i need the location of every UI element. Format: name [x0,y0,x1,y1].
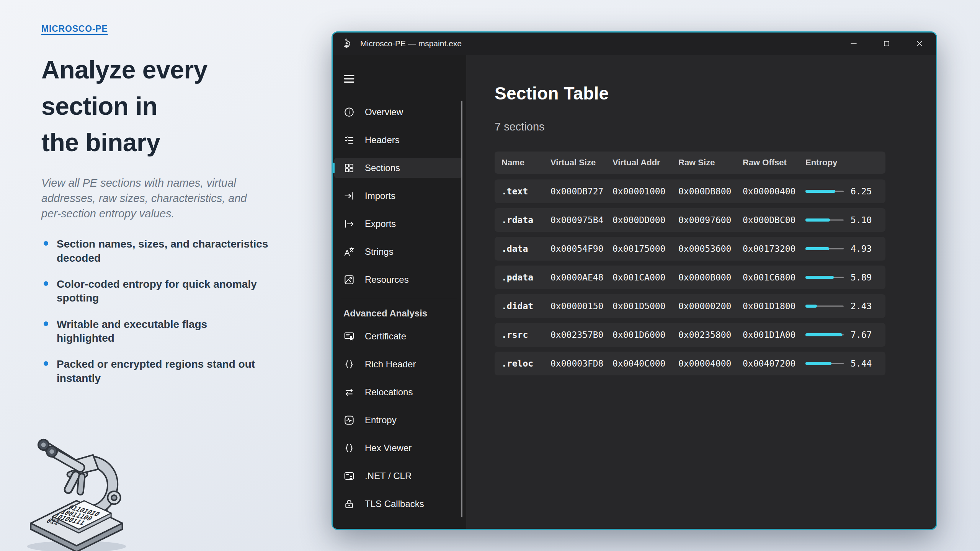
cell-section-name: .pdata [501,272,550,282]
cell-raw-offset: 0x000DBC00 [743,215,805,225]
minimize-button[interactable] [844,35,863,52]
entropy-bar [805,304,844,308]
sidebar-item-net-clr[interactable]: .NET / CLR [334,466,462,486]
entropy-bar-fill [805,218,830,222]
sidebar-item-label: TLS Callbacks [365,499,424,509]
table-header: NameVirtual SizeVirtual AddrRaw SizeRaw … [495,152,885,174]
sidebar-item-imports[interactable]: Imports [334,186,462,206]
cell-raw-size: 0x00235800 [678,330,743,340]
bullet-text: Writable and executable flags highlighte… [57,318,207,344]
cell-section-name: .rsrc [501,330,550,340]
table-row[interactable]: .didat 0x00000150 0x001D5000 0x00000200 … [495,294,885,318]
hero-subtitle: View all PE sections with names, virtual… [41,175,294,221]
cell-raw-offset: 0x00407200 [743,359,805,368]
maximize-button[interactable] [877,35,896,52]
app-microscope-icon [342,38,353,49]
microscope-illustration: 01101010 10011100 10100111 011 [19,435,132,551]
cell-raw-size: 0x00097600 [678,215,743,225]
feature-list: Section names, sizes, and characteristic… [41,237,294,385]
cell-section-name: .text [501,186,550,196]
cell-virtual-addr: 0x00001000 [612,186,678,196]
section-count: 7 sections [495,121,885,133]
column-header-raw-offset: Raw Offset [743,158,805,168]
sidebar-item-hex-viewer[interactable]: Hex Viewer [334,438,462,458]
table-row[interactable]: .reloc 0x00003FD8 0x0040C000 0x00004000 … [495,352,885,375]
window-controls [830,35,929,52]
sidebar-item-certificate[interactable]: Certificate [334,326,462,346]
cell-virtual-addr: 0x001D6000 [612,330,678,340]
entropy-value: 5.44 [851,359,872,368]
arrow-export-icon [343,218,355,230]
sidebar-item-entropy[interactable]: Entropy [334,410,462,430]
entropy-bar-fill [805,333,842,336]
feature-bullet: Section names, sizes, and characteristic… [41,237,294,265]
entropy-bar [805,218,844,222]
cell-virtual-size: 0x0000AE48 [550,272,612,282]
column-header-virtual-size: Virtual Size [550,158,612,168]
sidebar-item-resources[interactable]: Resources [334,270,462,290]
entropy-value: 2.43 [851,301,872,311]
menu-button[interactable] [343,72,356,85]
cell-raw-offset: 0x00173200 [743,244,805,254]
feature-bullet: Writable and executable flags highlighte… [41,318,294,346]
sidebar-item-rich-header[interactable]: Rich Header [334,354,462,374]
cell-virtual-addr: 0x0040C000 [612,359,678,368]
arrow-import-icon [343,190,355,202]
entropy-cell: 7.67 [805,330,879,340]
pulse-icon [343,414,355,426]
bullet-dot-icon [44,241,48,246]
cell-virtual-addr: 0x001D5000 [612,301,678,311]
main-content: Section Table 7 sections NameVirtual Siz… [466,55,936,529]
headline: Analyze every section in the binary [41,52,294,161]
entropy-cell: 4.93 [805,244,879,254]
cell-raw-size: 0x00004000 [678,359,743,368]
column-header-virtual-addr: Virtual Addr [612,158,678,168]
sidebar-item-label: Headers [365,135,400,145]
sidebar-item-relocations[interactable]: Relocations [334,382,462,402]
table-row[interactable]: .pdata 0x0000AE48 0x001CA000 0x0000B000 … [495,266,885,289]
entropy-value: 7.67 [851,330,872,340]
sidebar-item-headers[interactable]: Headers [334,130,462,150]
brand-link[interactable]: MICROSCO-PE [41,24,108,34]
card-person-icon [343,470,355,482]
table-row[interactable]: .rsrc 0x002357B0 0x001D6000 0x00235800 0… [495,323,885,347]
sidebar-item-tls-callbacks[interactable]: TLS Callbacks [334,494,462,514]
cell-raw-size: 0x00053600 [678,244,743,254]
bullet-dot-icon [44,361,48,366]
bullet-dot-icon [44,281,48,286]
sidebar-item-overview[interactable]: Overview [334,102,462,122]
column-header-name: Name [501,158,550,168]
certificate-icon [343,331,355,342]
table-body: .text 0x000DB727 0x00001000 0x000DB800 0… [495,179,885,375]
sidebar-item-label: Imports [365,191,395,201]
window-body: Overview Headers Sections Imports Export… [333,55,936,529]
cell-virtual-addr: 0x000DD000 [612,215,678,225]
close-button[interactable] [910,35,929,52]
entropy-cell: 5.10 [805,215,879,225]
entropy-bar [805,333,844,337]
cell-raw-offset: 0x00000400 [743,186,805,196]
translate-icon [343,246,355,258]
sidebar-item-exports[interactable]: Exports [334,214,462,234]
column-header-raw-size: Raw Size [678,158,743,168]
app-window: Microsco-PE — mspaint.exe Overview He [332,31,937,530]
cell-section-name: .didat [501,301,550,311]
table-row[interactable]: .data 0x00054F90 0x00175000 0x00053600 0… [495,237,885,261]
sidebar-item-strings[interactable]: Strings [334,242,462,262]
entropy-bar [805,189,844,193]
sidebar-scrollbar[interactable] [461,101,462,517]
table-row[interactable]: .rdata 0x000975B4 0x000DD000 0x00097600 … [495,208,885,232]
entropy-bar [805,276,844,279]
entropy-cell: 5.89 [805,272,879,282]
sidebar-item-label: Certificate [365,331,406,342]
sidebar-item-label: Exports [365,218,396,229]
entropy-bar-fill [805,276,834,279]
checklist-icon [343,134,355,146]
table-row[interactable]: .text 0x000DB727 0x00001000 0x000DB800 0… [495,179,885,203]
swap-arrows-icon [343,386,355,398]
cell-raw-size: 0x0000B000 [678,272,743,282]
cell-virtual-addr: 0x001CA000 [612,272,678,282]
sidebar-item-sections[interactable]: Sections [334,158,462,178]
entropy-bar-fill [805,362,831,365]
image-icon [343,274,355,285]
